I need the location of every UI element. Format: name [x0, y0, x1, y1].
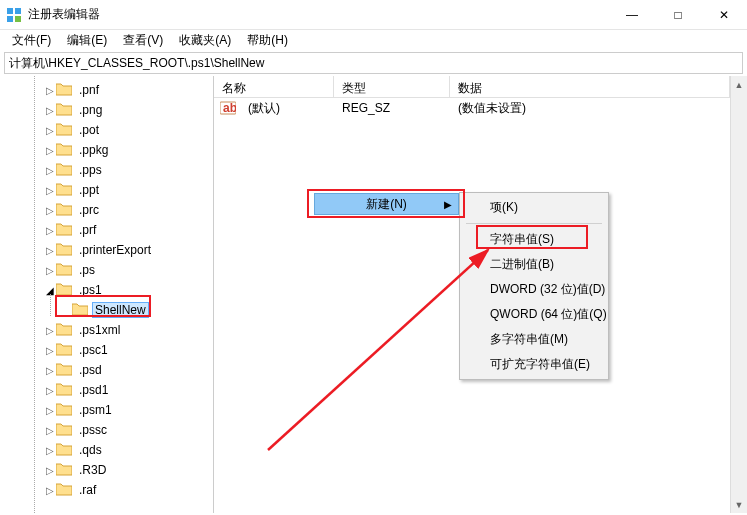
tree-item[interactable]: ▷.psm1	[0, 400, 213, 420]
context-menu-new[interactable]: 新建(N) ▶	[314, 193, 459, 215]
tree-item-label: .pot	[76, 123, 102, 137]
caret-icon[interactable]: ▷	[44, 105, 56, 116]
tree-item-selected[interactable]: ShellNew	[0, 300, 213, 320]
menu-edit[interactable]: 编辑(E)	[59, 30, 115, 51]
folder-icon	[56, 262, 76, 279]
list-row[interactable]: ab (默认) REG_SZ (数值未设置)	[214, 98, 730, 118]
address-text: 计算机\HKEY_CLASSES_ROOT\.ps1\ShellNew	[9, 55, 264, 72]
caret-icon[interactable]: ▷	[44, 265, 56, 276]
svg-rect-0	[7, 8, 13, 14]
tree-item-label: .ps1xml	[76, 323, 123, 337]
cell-name: (默认)	[240, 98, 334, 119]
caret-icon[interactable]: ▷	[44, 385, 56, 396]
context-menu-new-label: 新建(N)	[366, 196, 407, 213]
cell-type: REG_SZ	[334, 99, 450, 117]
tree-item[interactable]: ▷.raf	[0, 480, 213, 500]
close-button[interactable]: ✕	[701, 0, 747, 29]
tree-item[interactable]: ▷.ps1xml	[0, 320, 213, 340]
menu-help[interactable]: 帮助(H)	[239, 30, 296, 51]
folder-icon	[56, 342, 76, 359]
tree-item[interactable]: ▷.png	[0, 100, 213, 120]
tree-item[interactable]: ▷.ps	[0, 260, 213, 280]
tree-item[interactable]: ▷.R3D	[0, 460, 213, 480]
folder-icon	[56, 82, 76, 99]
folder-icon	[56, 202, 76, 219]
vertical-scrollbar[interactable]: ▲ ▼	[730, 76, 747, 513]
regedit-icon	[6, 7, 22, 23]
caret-icon[interactable]: ▷	[44, 225, 56, 236]
tree-item[interactable]: ▷.pot	[0, 120, 213, 140]
list-header: 名称 类型 数据	[214, 76, 730, 98]
tree-item-label: .R3D	[76, 463, 109, 477]
svg-text:ab: ab	[223, 101, 236, 115]
tree-item[interactable]: ▷.ppkg	[0, 140, 213, 160]
menu-file[interactable]: 文件(F)	[4, 30, 59, 51]
tree-item-label: ShellNew	[92, 302, 149, 318]
submenu-item[interactable]: 可扩充字符串值(E)	[462, 352, 606, 377]
cell-data: (数值未设置)	[450, 98, 534, 119]
caret-icon[interactable]: ▷	[44, 485, 56, 496]
tree-item[interactable]: ▷.ppt	[0, 180, 213, 200]
menu-favorites[interactable]: 收藏夹(A)	[171, 30, 239, 51]
column-type[interactable]: 类型	[334, 76, 450, 97]
caret-icon[interactable]: ▷	[44, 405, 56, 416]
minimize-button[interactable]: —	[609, 0, 655, 29]
tree-item[interactable]: ▷.psd1	[0, 380, 213, 400]
caret-icon[interactable]: ▷	[44, 245, 56, 256]
caret-icon[interactable]: ▷	[44, 165, 56, 176]
scroll-up-button[interactable]: ▲	[731, 76, 747, 93]
tree-item-label: .ppt	[76, 183, 102, 197]
submenu-item[interactable]: 多字符串值(M)	[462, 327, 606, 352]
tree-item[interactable]: ▷.pnf	[0, 80, 213, 100]
submenu-arrow-icon: ▶	[444, 199, 452, 210]
caret-icon[interactable]: ▷	[44, 345, 56, 356]
tree-item-label: .qds	[76, 443, 105, 457]
tree-item[interactable]: ▷.printerExport	[0, 240, 213, 260]
column-name[interactable]: 名称	[214, 76, 334, 97]
tree-item[interactable]: ▷.pps	[0, 160, 213, 180]
folder-icon	[56, 382, 76, 399]
caret-icon[interactable]: ▷	[44, 145, 56, 156]
scroll-down-button[interactable]: ▼	[731, 496, 747, 513]
tree-item-label: .ps1	[76, 283, 105, 297]
tree-item-label: .ppkg	[76, 143, 111, 157]
submenu-item[interactable]: 字符串值(S)	[462, 227, 606, 252]
folder-icon	[56, 482, 76, 499]
caret-icon[interactable]: ▷	[44, 125, 56, 136]
tree-item[interactable]: ◢.ps1	[0, 280, 213, 300]
address-bar[interactable]: 计算机\HKEY_CLASSES_ROOT\.ps1\ShellNew	[4, 52, 743, 74]
caret-icon[interactable]: ▷	[44, 445, 56, 456]
submenu-item[interactable]: 项(K)	[462, 195, 606, 220]
caret-icon[interactable]: ▷	[44, 85, 56, 96]
folder-icon	[56, 242, 76, 259]
caret-icon[interactable]: ▷	[44, 325, 56, 336]
caret-icon[interactable]: ▷	[44, 465, 56, 476]
string-value-icon: ab	[220, 100, 236, 116]
caret-icon[interactable]: ▷	[44, 185, 56, 196]
tree-item-label: .prc	[76, 203, 102, 217]
caret-icon[interactable]: ▷	[44, 425, 56, 436]
submenu-item[interactable]: DWORD (32 位)值(D)	[462, 277, 606, 302]
folder-icon	[56, 322, 76, 339]
context-submenu: 项(K)字符串值(S)二进制值(B)DWORD (32 位)值(D)QWORD …	[459, 192, 609, 380]
caret-icon[interactable]: ▷	[44, 365, 56, 376]
tree-pane[interactable]: ▷.pnf▷.png▷.pot▷.ppkg▷.pps▷.ppt▷.prc▷.pr…	[0, 76, 214, 513]
tree-item[interactable]: ▷.psd	[0, 360, 213, 380]
caret-icon[interactable]: ▷	[44, 205, 56, 216]
menu-view[interactable]: 查看(V)	[115, 30, 171, 51]
menu-separator	[466, 223, 602, 224]
tree-item[interactable]: ▷.qds	[0, 440, 213, 460]
submenu-item[interactable]: 二进制值(B)	[462, 252, 606, 277]
column-data[interactable]: 数据	[450, 76, 730, 97]
maximize-button[interactable]: □	[655, 0, 701, 29]
submenu-item[interactable]: QWORD (64 位)值(Q)	[462, 302, 606, 327]
tree-item-label: .pssc	[76, 423, 110, 437]
tree-item[interactable]: ▷.prf	[0, 220, 213, 240]
titlebar: 注册表编辑器 — □ ✕	[0, 0, 747, 30]
tree-item-label: .printerExport	[76, 243, 154, 257]
tree-item[interactable]: ▷.prc	[0, 200, 213, 220]
tree-item-label: .pnf	[76, 83, 102, 97]
tree-item[interactable]: ▷.psc1	[0, 340, 213, 360]
tree-item[interactable]: ▷.pssc	[0, 420, 213, 440]
svg-rect-1	[15, 8, 21, 14]
